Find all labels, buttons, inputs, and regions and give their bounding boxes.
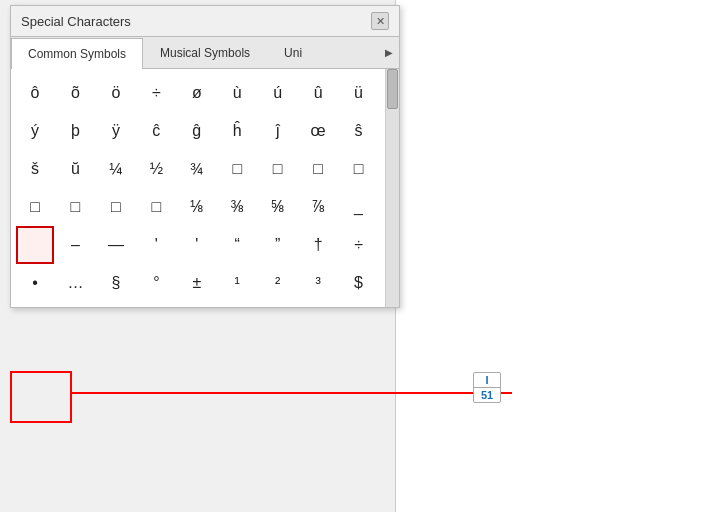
char-cell[interactable]: ø: [178, 74, 216, 112]
char-cell[interactable]: □: [16, 188, 54, 226]
panel-title-bar: Special Characters ✕: [11, 6, 399, 37]
char-cell[interactable]: □: [137, 188, 175, 226]
char-cell[interactable]: □: [218, 150, 256, 188]
char-cell[interactable]: ĥ: [218, 112, 256, 150]
char-cell[interactable]: °: [137, 264, 175, 302]
char-cell[interactable]: §: [97, 264, 135, 302]
char-cell[interactable]: □: [340, 150, 378, 188]
char-cell[interactable]: ĉ: [137, 112, 175, 150]
char-cell[interactable]: •: [16, 264, 54, 302]
char-cell[interactable]: ú: [259, 74, 297, 112]
char-cell[interactable]: ³: [299, 264, 337, 302]
char-cell[interactable]: ²: [259, 264, 297, 302]
char-cell[interactable]: ÿ: [97, 112, 135, 150]
char-cell[interactable]: ù: [218, 74, 256, 112]
char-cell[interactable]: ĝ: [178, 112, 216, 150]
char-cell[interactable]: ⅛: [178, 188, 216, 226]
char-cell[interactable]: û: [299, 74, 337, 112]
chars-grid: ôõö÷øùúûüýþÿĉĝĥĵœŝšŭ¼½¾□□□□□□□□⅛⅜⅝⅞_­–—'…: [11, 69, 385, 307]
char-cell[interactable]: ö: [97, 74, 135, 112]
char-cell[interactable]: —: [97, 226, 135, 264]
char-cell[interactable]: ½: [137, 150, 175, 188]
char-cell[interactable]: ⅝: [259, 188, 297, 226]
red-highlight-box: [10, 371, 72, 423]
char-cell[interactable]: ': [178, 226, 216, 264]
char-cell[interactable]: ­: [16, 226, 54, 264]
char-cell[interactable]: ⅜: [218, 188, 256, 226]
char-cell[interactable]: ü: [340, 74, 378, 112]
char-cell[interactable]: þ: [56, 112, 94, 150]
char-cell[interactable]: ”: [259, 226, 297, 264]
char-cell[interactable]: _: [340, 188, 378, 226]
char-cell[interactable]: ý: [16, 112, 54, 150]
char-cell[interactable]: ĵ: [259, 112, 297, 150]
char-cell[interactable]: ¼: [97, 150, 135, 188]
char-cell[interactable]: ⅞: [299, 188, 337, 226]
char-cell[interactable]: □: [56, 188, 94, 226]
char-cell[interactable]: ': [137, 226, 175, 264]
panel-close-button[interactable]: ✕: [371, 12, 389, 30]
char-cell[interactable]: õ: [56, 74, 94, 112]
tab-nav-arrow[interactable]: ▶: [379, 43, 399, 63]
char-cell[interactable]: □: [97, 188, 135, 226]
char-cell[interactable]: œ: [299, 112, 337, 150]
tabs-bar: Common Symbols Musical Symbols Uni ▶: [11, 37, 399, 69]
tab-musical-symbols[interactable]: Musical Symbols: [143, 37, 267, 68]
char-cell[interactable]: “: [218, 226, 256, 264]
panel-title: Special Characters: [21, 14, 131, 29]
char-cell[interactable]: ÷: [137, 74, 175, 112]
char-cell[interactable]: …: [56, 264, 94, 302]
char-cell[interactable]: ŝ: [340, 112, 378, 150]
chars-container: ôõö÷øùúûüýþÿĉĝĥĵœŝšŭ¼½¾□□□□□□□□⅛⅜⅝⅞_­–—'…: [11, 69, 399, 307]
char-cell[interactable]: ±: [178, 264, 216, 302]
special-chars-panel: Special Characters ✕ Common Symbols Musi…: [10, 5, 400, 308]
char-cell[interactable]: ŭ: [56, 150, 94, 188]
char-cell[interactable]: □: [299, 150, 337, 188]
tab-unicode[interactable]: Uni: [267, 37, 319, 68]
char-cell[interactable]: □: [259, 150, 297, 188]
tab-common-symbols[interactable]: Common Symbols: [11, 38, 143, 69]
char-cell[interactable]: $: [340, 264, 378, 302]
scrollbar[interactable]: [385, 69, 399, 307]
char-cell[interactable]: ¾: [178, 150, 216, 188]
char-cell[interactable]: š: [16, 150, 54, 188]
char-cell[interactable]: ÷: [340, 226, 378, 264]
sheet-music-area: 51 𝄞: [395, 0, 705, 512]
char-cell[interactable]: ô: [16, 74, 54, 112]
scrollbar-thumb[interactable]: [387, 69, 398, 109]
char-cell[interactable]: ¹: [218, 264, 256, 302]
char-cell[interactable]: †: [299, 226, 337, 264]
char-cell[interactable]: –: [56, 226, 94, 264]
